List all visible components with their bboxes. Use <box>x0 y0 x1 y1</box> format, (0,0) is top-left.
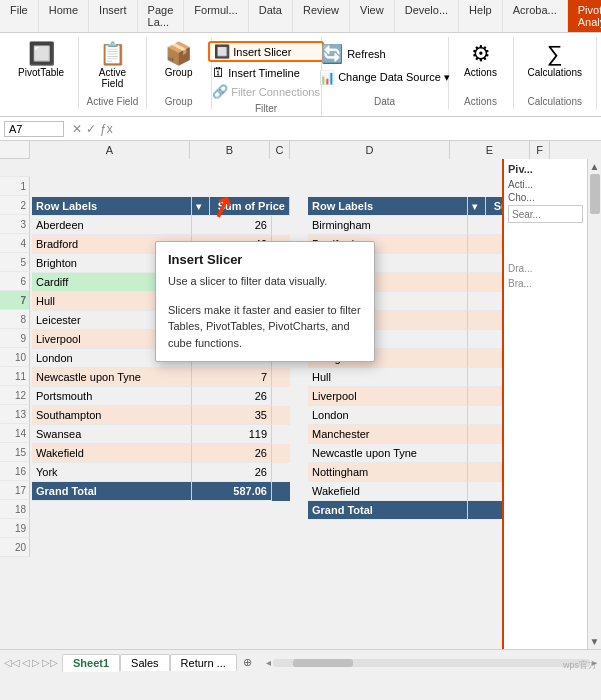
calculations-icon: ∑ <box>547 41 563 67</box>
scroll-up-arrow[interactable]: ▲ <box>590 161 600 172</box>
watermark: wps官方 <box>563 659 597 672</box>
tab-review[interactable]: Review <box>293 0 350 32</box>
actions-icon: ⚙ <box>471 41 491 67</box>
confirm-icon[interactable]: ✓ <box>86 122 96 136</box>
value-cell: 11 <box>468 235 502 254</box>
scroll-thumb[interactable] <box>590 174 600 214</box>
scroll-down-arrow[interactable]: ▼ <box>590 636 600 647</box>
pivot-bottom-label: Bra... <box>508 278 583 289</box>
col-header-c: C <box>270 141 290 159</box>
function-icon[interactable]: ƒx <box>100 122 113 136</box>
pivot-panel-section2: Cho... <box>508 192 583 203</box>
tooltip-box: Insert Slicer Use a slicer to filter dat… <box>155 241 375 362</box>
city-cell: Nottingham <box>308 463 468 482</box>
table-row[interactable]: Southampton35 <box>32 406 290 425</box>
h-scroll-thumb[interactable] <box>293 659 353 667</box>
value-cell: 28 <box>468 330 502 349</box>
group-label-calculations: Calculations <box>514 96 596 107</box>
table-row[interactable]: Manchester29 <box>308 425 502 444</box>
row-num-7: 7 <box>0 291 30 310</box>
insert-slicer-button[interactable]: 🔲 Insert Slicer <box>208 41 324 62</box>
city-cell: Swansea <box>32 425 192 444</box>
formula-input[interactable] <box>121 123 597 135</box>
tab-page-layout[interactable]: Page La... <box>138 0 185 32</box>
pivot-panel-search[interactable] <box>508 205 583 223</box>
ribbon-group-pivottable: 🔲 PivotTable <box>4 37 79 109</box>
cell-reference[interactable]: A7 <box>4 121 64 137</box>
value-cell: 34 <box>468 273 502 292</box>
pivottable-icon: 🔲 <box>28 41 55 67</box>
add-sheet-button[interactable]: ⊕ <box>237 654 258 671</box>
table-row[interactable]: Portsmouth26 <box>32 387 290 406</box>
calculations-button[interactable]: ∑ Calculations <box>522 39 588 80</box>
value-cell: 35 <box>192 406 272 425</box>
refresh-button[interactable]: 🔄 Refresh <box>315 41 454 67</box>
table-row[interactable]: Hull31 <box>308 368 502 387</box>
sheet-tab-sales[interactable]: Sales <box>120 654 170 671</box>
value-cell: 29 <box>468 425 502 444</box>
table-row[interactable]: York26 <box>32 463 290 482</box>
scroll-left-arrow[interactable]: ◂ <box>266 657 271 668</box>
group-label-actions: Actions <box>449 96 513 107</box>
value-cell: 59 <box>468 292 502 311</box>
sheet-nav-next[interactable]: ▷ <box>32 657 40 668</box>
pivottable-button[interactable]: 🔲 PivotTable <box>12 39 70 80</box>
table-row[interactable]: Liverpool22 <box>308 387 502 406</box>
horizontal-scrollbar[interactable] <box>273 659 590 667</box>
table-row[interactable]: Nottingham38 <box>308 463 502 482</box>
sheet-tabs-bar: ◁◁ ◁ ▷ ▷▷ Sheet1 Sales Return ... ⊕ ◂ ▸ <box>0 649 601 675</box>
tab-file[interactable]: File <box>0 0 39 32</box>
table-row[interactable]: Aberdeen26 <box>32 216 290 235</box>
tab-view[interactable]: View <box>350 0 395 32</box>
ribbon-group-active-field: 📋 Active Field Active Field <box>79 37 146 109</box>
sheet-tab-sheet1[interactable]: Sheet1 <box>62 654 120 672</box>
group-label-group: Group <box>147 96 211 107</box>
tab-developer[interactable]: Develo... <box>395 0 459 32</box>
sheet-nav-prev[interactable]: ◁ <box>22 657 30 668</box>
active-field-button[interactable]: 📋 Active Field <box>87 39 137 91</box>
sheet-tab-return[interactable]: Return ... <box>170 654 237 671</box>
tab-help[interactable]: Help <box>459 0 503 32</box>
sheet-nav-last[interactable]: ▷▷ <box>42 657 58 668</box>
active-field-icon: 📋 <box>99 41 126 67</box>
timeline-icon: 🗓 <box>212 65 225 80</box>
tab-insert[interactable]: Insert <box>89 0 138 32</box>
sheet-nav-first[interactable]: ◁◁ <box>4 657 20 668</box>
row-num-8: 8 <box>0 310 30 329</box>
group-button[interactable]: 📦 Group <box>155 39 203 80</box>
tab-acrobat[interactable]: Acroba... <box>503 0 568 32</box>
group-label-data: Data <box>322 96 448 107</box>
row-num-9: 9 <box>0 329 30 348</box>
header-filter-icon[interactable]: ▾ <box>468 197 486 216</box>
value-cell: 7 <box>192 368 272 387</box>
ribbon-group-calculations: ∑ Calculations Calculations <box>514 37 597 109</box>
vertical-scrollbar[interactable]: ▲ ▼ <box>587 159 601 649</box>
tab-pivot-analyze[interactable]: PivotTable Analyze <box>568 0 601 32</box>
group-label-text: Group <box>165 67 193 78</box>
table-row[interactable]: Newcastle upon Tyne7 <box>32 368 290 387</box>
tab-home[interactable]: Home <box>39 0 89 32</box>
row-num-16: 16 <box>0 462 30 481</box>
ribbon-content: 🔲 PivotTable 📋 Active Field Active Field… <box>0 33 601 116</box>
table-row[interactable]: Wakefield7 <box>308 482 502 501</box>
table-row[interactable]: Wakefield26 <box>32 444 290 463</box>
row-num-3: 3 <box>0 215 30 234</box>
actions-button[interactable]: ⚙ Actions <box>457 39 505 80</box>
row-numbers: 1234567891011121314151617181920 <box>0 159 30 649</box>
table-row[interactable]: Birmingham39.9 <box>308 216 502 235</box>
filter-connections-button[interactable]: 🔗 Filter Connections <box>208 83 324 100</box>
ribbon-group-data: 🔄 Refresh 📊 Change Data Source ▾ Data <box>322 37 449 109</box>
tab-data[interactable]: Data <box>249 0 293 32</box>
group-icon: 📦 <box>165 41 192 67</box>
table-row[interactable]: London80 <box>308 406 502 425</box>
city-cell: London <box>308 406 468 425</box>
cancel-icon[interactable]: ✕ <box>72 122 82 136</box>
insert-timeline-button[interactable]: 🗓 Insert Timeline <box>208 64 324 81</box>
change-data-source-button[interactable]: 📊 Change Data Source ▾ <box>315 69 454 86</box>
calculations-label: Calculations <box>528 67 582 78</box>
row-num-2: 2 <box>0 196 30 215</box>
tab-formulas[interactable]: Formul... <box>184 0 248 32</box>
table-row[interactable]: Swansea119 <box>32 425 290 444</box>
col-header-f: F <box>530 141 550 159</box>
table-row[interactable]: Newcastle upon Tyne50 <box>308 444 502 463</box>
